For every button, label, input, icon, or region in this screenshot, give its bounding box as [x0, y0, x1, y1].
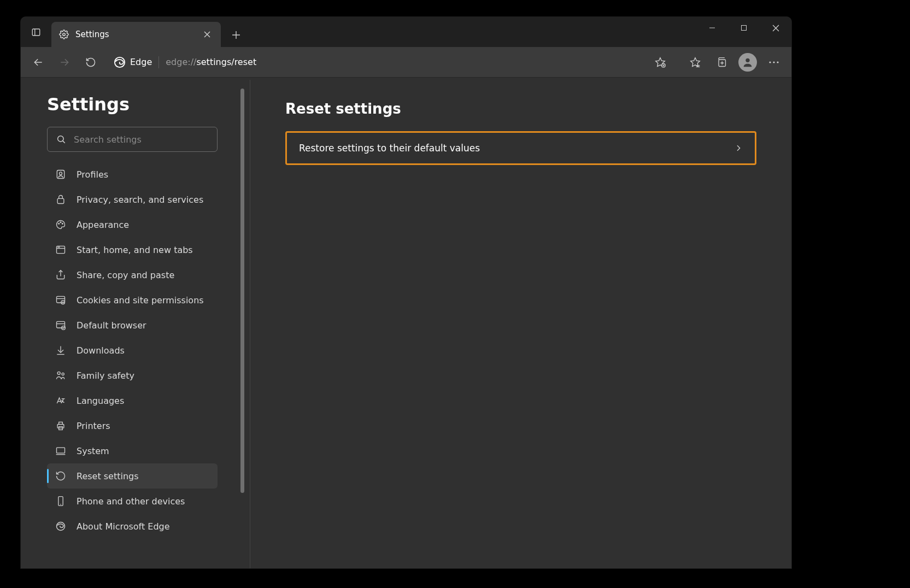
svg-marker-18 [691, 57, 700, 66]
nav-profiles[interactable]: Profiles [47, 162, 218, 187]
tab-close-button[interactable] [201, 28, 213, 40]
svg-rect-0 [32, 29, 40, 36]
sidebar-scrollbar[interactable] [244, 89, 245, 493]
window-close[interactable] [760, 17, 791, 39]
nav-label: Appearance [77, 220, 129, 230]
lock-icon [55, 194, 67, 205]
nav-label: Privacy, search, and services [77, 195, 203, 205]
nav-reset-settings[interactable]: Reset settings [47, 463, 218, 489]
forward-button[interactable] [52, 50, 77, 74]
content-area: Settings Profiles Privacy, search, and s… [21, 78, 791, 568]
phone-icon [55, 496, 67, 507]
nav-downloads[interactable]: Downloads [47, 338, 218, 363]
search-icon [56, 134, 66, 144]
address-bar[interactable]: Edge edge://settings/reset [108, 51, 678, 73]
svg-rect-32 [57, 198, 64, 203]
svg-line-29 [63, 141, 65, 143]
back-button[interactable] [26, 50, 50, 74]
nav-start[interactable]: Start, home, and new tabs [47, 237, 218, 262]
collections-button[interactable] [709, 50, 733, 74]
printer-icon [55, 420, 67, 431]
svg-point-38 [58, 247, 58, 248]
more-icon [768, 61, 779, 64]
scrollbar-thumb[interactable] [240, 89, 244, 493]
svg-point-35 [62, 224, 63, 225]
nav-family[interactable]: Family safety [47, 363, 218, 388]
gear-icon [59, 30, 69, 39]
svg-point-2 [63, 33, 66, 36]
collections-icon [716, 57, 727, 68]
nav-default-browser[interactable]: Default browser [47, 313, 218, 338]
edge-icon [55, 521, 67, 532]
download-icon [55, 345, 67, 356]
tab-actions-button[interactable] [21, 17, 51, 47]
nav-label: System [77, 446, 109, 456]
nav-label: Cookies and site permissions [77, 295, 204, 305]
restore-defaults-option[interactable]: Restore settings to their default values [285, 131, 756, 165]
language-icon [55, 395, 67, 406]
palette-icon [55, 219, 67, 230]
svg-point-50 [62, 373, 64, 375]
nav-appearance[interactable]: Appearance [47, 212, 218, 237]
search-input[interactable] [74, 134, 208, 145]
plus-icon [232, 31, 240, 39]
svg-rect-30 [57, 170, 64, 179]
nav-label: Reset settings [77, 471, 139, 481]
site-identity-label: Edge [130, 57, 152, 67]
nav-label: About Microsoft Edge [77, 521, 170, 532]
chevron-right-icon [734, 144, 743, 152]
address-divider [158, 56, 159, 68]
new-tab-button[interactable] [224, 23, 248, 47]
window-controls [696, 17, 791, 39]
titlebar: Settings [21, 17, 791, 47]
settings-main: Reset settings Restore settings to their… [250, 78, 791, 568]
close-icon [204, 31, 210, 38]
add-favorite-button[interactable] [648, 50, 672, 74]
app-menu-button[interactable] [762, 50, 786, 74]
refresh-button[interactable] [79, 50, 103, 74]
nav-label: Family safety [77, 371, 134, 381]
panel-icon [31, 27, 41, 37]
search-settings[interactable] [47, 127, 218, 152]
site-identity[interactable]: Edge [114, 56, 152, 68]
nav-label: Profiles [77, 169, 108, 180]
nav-languages[interactable]: Languages [47, 388, 218, 413]
browser-window: Settings Edge edge://settings/reset [20, 16, 792, 569]
svg-rect-52 [57, 425, 64, 428]
refresh-icon [85, 57, 96, 68]
profile-button[interactable] [736, 50, 760, 74]
svg-point-25 [769, 61, 771, 63]
system-icon [55, 445, 67, 456]
nav-label: Default browser [77, 320, 146, 331]
svg-point-31 [60, 172, 62, 175]
nav-share[interactable]: Share, copy and paste [47, 262, 218, 287]
svg-point-33 [58, 224, 60, 225]
favorites-button[interactable] [683, 50, 707, 74]
minimize-icon [709, 25, 715, 31]
nav-privacy[interactable]: Privacy, search, and services [47, 187, 218, 212]
close-icon [772, 25, 779, 32]
nav-phone[interactable]: Phone and other devices [47, 489, 218, 514]
nav-cookies[interactable]: Cookies and site permissions [47, 287, 218, 313]
svg-rect-44 [57, 321, 65, 328]
share-icon [55, 269, 67, 280]
nav-label: Printers [77, 421, 110, 431]
avatar-icon [738, 53, 757, 72]
window-minimize[interactable] [696, 17, 728, 39]
settings-nav: Profiles Privacy, search, and services A… [47, 162, 218, 539]
svg-point-49 [57, 372, 60, 374]
tab-settings[interactable]: Settings [51, 22, 221, 47]
nav-label: Share, copy and paste [77, 270, 174, 280]
nav-system[interactable]: System [47, 438, 218, 463]
nav-label: Start, home, and new tabs [77, 245, 193, 255]
star-plus-icon [655, 57, 666, 68]
window-maximize[interactable] [728, 17, 760, 39]
arrow-right-icon [59, 57, 70, 68]
nav-about[interactable]: About Microsoft Edge [47, 514, 218, 539]
reset-icon [55, 471, 67, 481]
svg-point-24 [745, 58, 749, 62]
svg-point-39 [59, 247, 60, 248]
svg-point-28 [58, 136, 64, 142]
nav-printers[interactable]: Printers [47, 413, 218, 438]
svg-rect-8 [742, 26, 747, 31]
